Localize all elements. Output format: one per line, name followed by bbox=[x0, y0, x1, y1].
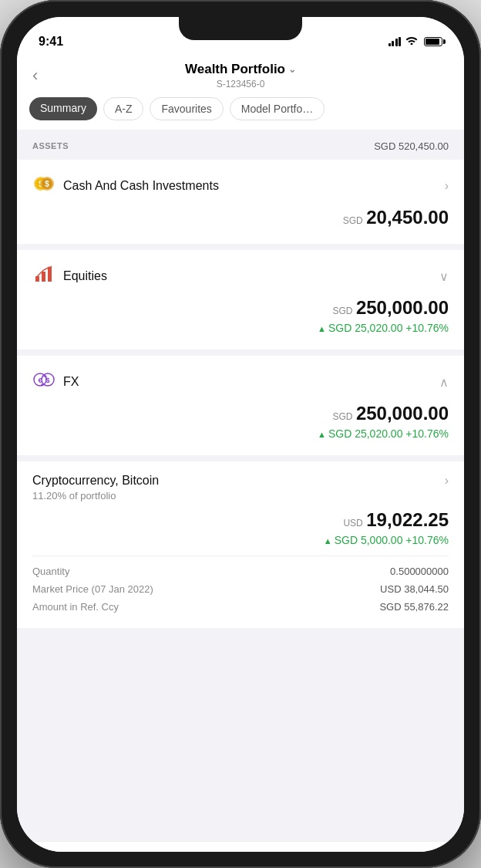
equities-currency: SGD bbox=[332, 306, 352, 316]
content-area: ASSETS SGD 520,450.00 $ bbox=[17, 130, 464, 841]
asset-cash-title: $ $ Cash And Cash Investments bbox=[32, 172, 219, 201]
phone-screen: 9:41 bbox=[17, 17, 464, 852]
asset-cash-name: Cash And Cash Investments bbox=[63, 179, 219, 193]
asset-equities-title: Equities bbox=[32, 262, 107, 291]
asset-equities-value: SGD 250,000.00 SGD 25,020.00 +10.76% bbox=[32, 297, 449, 337]
fx-amount: 250,000.00 bbox=[356, 403, 449, 424]
cash-chevron-icon[interactable]: › bbox=[445, 179, 449, 193]
header: ‹ Wealth Portfolio ⌄ S-123456-0 bbox=[17, 56, 464, 90]
cash-currency: SGD bbox=[343, 215, 363, 226]
crypto-value: USD 19,022.25 SGD 5,000.00 +10.76% bbox=[32, 509, 449, 546]
crypto-portfolio-pct: 11.20% of portfolio bbox=[32, 490, 159, 502]
crypto-name: Cryptocurrency, Bitcoin bbox=[32, 474, 159, 488]
crypto-value-amount: 19,022.25 bbox=[366, 509, 449, 530]
detail-market-price-value: USD 38,044.50 bbox=[380, 583, 449, 595]
asset-equities-header-row: Equities ∨ bbox=[32, 262, 449, 291]
equities-change-currency: SGD bbox=[328, 322, 352, 334]
header-center: Wealth Portfolio ⌄ S-123456-0 bbox=[185, 62, 296, 90]
detail-quantity-label: Quantity bbox=[32, 566, 69, 577]
asset-fx-value: SGD 250,000.00 SGD 25,020.00 +10.76% bbox=[32, 403, 449, 443]
cash-icon: $ $ bbox=[32, 172, 56, 201]
equities-chevron-icon[interactable]: ∨ bbox=[439, 269, 449, 284]
tab-az[interactable]: A-Z bbox=[103, 97, 144, 120]
asset-cash-value: SGD 20,450.00 bbox=[32, 207, 449, 231]
crypto-info: Cryptocurrency, Bitcoin 11.20% of portfo… bbox=[32, 474, 159, 502]
fx-change-percent: +10.76% bbox=[405, 427, 449, 440]
equities-change: SGD 25,020.00 +10.76% bbox=[32, 322, 449, 334]
asset-equities-name: Equities bbox=[63, 269, 107, 283]
svg-text:$: $ bbox=[45, 377, 49, 384]
detail-divider bbox=[32, 556, 449, 556]
battery-icon bbox=[424, 37, 442, 46]
fx-currency: SGD bbox=[332, 411, 352, 422]
asset-fx-card: € $ FX ∧ SGD 250,000.00 SGD bbox=[17, 356, 464, 455]
detail-row-quantity: Quantity 0.500000000 bbox=[32, 562, 449, 580]
asset-cash-card: $ $ Cash And Cash Investments › SGD 20,4… bbox=[17, 160, 464, 244]
crypto-value-currency: USD bbox=[343, 518, 362, 529]
equities-icon bbox=[32, 262, 56, 291]
fx-icon: € $ bbox=[32, 368, 56, 397]
svg-rect-6 bbox=[35, 276, 39, 282]
status-icons bbox=[388, 35, 443, 47]
fx-change-currency: SGD bbox=[328, 427, 352, 440]
assets-header: ASSETS SGD 520,450.00 bbox=[17, 130, 464, 160]
dropdown-icon[interactable]: ⌄ bbox=[288, 64, 296, 75]
asset-equities-card: Equities ∨ SGD 250,000.00 SGD 25,020.00 … bbox=[17, 250, 464, 350]
bottom-action-bar: ♥ bbox=[17, 841, 464, 852]
tab-summary[interactable]: Summary bbox=[29, 97, 97, 120]
tab-favourites[interactable]: Favourites bbox=[150, 97, 223, 120]
fx-change: SGD 25,020.00 +10.76% bbox=[32, 427, 449, 440]
fx-change-amount: 25,020.00 bbox=[355, 427, 402, 440]
crypto-card: Cryptocurrency, Bitcoin 11.20% of portfo… bbox=[17, 461, 464, 628]
asset-fx-header-row: € $ FX ∧ bbox=[32, 368, 449, 397]
detail-ref-ccy-label: Amount in Ref. Ccy bbox=[32, 601, 119, 613]
cash-amount: 20,450.00 bbox=[366, 207, 449, 228]
assets-total: SGD 520,450.00 bbox=[374, 140, 449, 152]
detail-row-market-price: Market Price (07 Jan 2022) USD 38,044.50 bbox=[32, 580, 449, 598]
phone-frame: 9:41 bbox=[0, 0, 481, 868]
notch bbox=[179, 17, 302, 40]
equities-change-percent: +10.76% bbox=[405, 322, 449, 334]
detail-row-ref-ccy: Amount in Ref. Ccy SGD 55,876.22 bbox=[32, 598, 449, 616]
header-subtitle: S-123456-0 bbox=[185, 79, 296, 90]
wifi-icon bbox=[405, 35, 418, 47]
crypto-change-amount: 5,000.00 bbox=[361, 534, 403, 546]
detail-ref-ccy-value: SGD 55,876.22 bbox=[379, 601, 449, 613]
tab-model-portfolio[interactable]: Model Portfo… bbox=[230, 97, 325, 120]
equities-amount: 250,000.00 bbox=[356, 297, 449, 318]
crypto-change-currency: SGD bbox=[335, 534, 358, 546]
detail-market-price-label: Market Price (07 Jan 2022) bbox=[32, 583, 153, 595]
crypto-header: Cryptocurrency, Bitcoin 11.20% of portfo… bbox=[32, 474, 449, 502]
back-button[interactable]: ‹ bbox=[32, 66, 38, 86]
svg-text:$: $ bbox=[45, 180, 49, 188]
asset-fx-title: € $ FX bbox=[32, 368, 79, 397]
crypto-change-percent: +10.76% bbox=[405, 534, 449, 546]
signal-icon bbox=[388, 37, 402, 46]
svg-rect-7 bbox=[42, 272, 45, 282]
asset-cash-header-row: $ $ Cash And Cash Investments › bbox=[32, 172, 449, 201]
asset-fx-name: FX bbox=[63, 375, 79, 389]
tabs-bar: Summary A-Z Favourites Model Portfo… bbox=[17, 90, 464, 130]
status-time: 9:41 bbox=[39, 35, 63, 49]
header-title: Wealth Portfolio ⌄ bbox=[185, 62, 296, 77]
equities-change-amount: 25,020.00 bbox=[355, 322, 402, 334]
assets-label: ASSETS bbox=[32, 141, 69, 150]
fx-chevron-icon[interactable]: ∧ bbox=[439, 375, 449, 390]
crypto-chevron-icon[interactable]: › bbox=[445, 474, 449, 488]
favourite-heart-icon[interactable]: ♥ bbox=[32, 851, 44, 852]
detail-quantity-value: 0.500000000 bbox=[390, 566, 449, 577]
crypto-change: SGD 5,000.00 +10.76% bbox=[32, 534, 449, 546]
